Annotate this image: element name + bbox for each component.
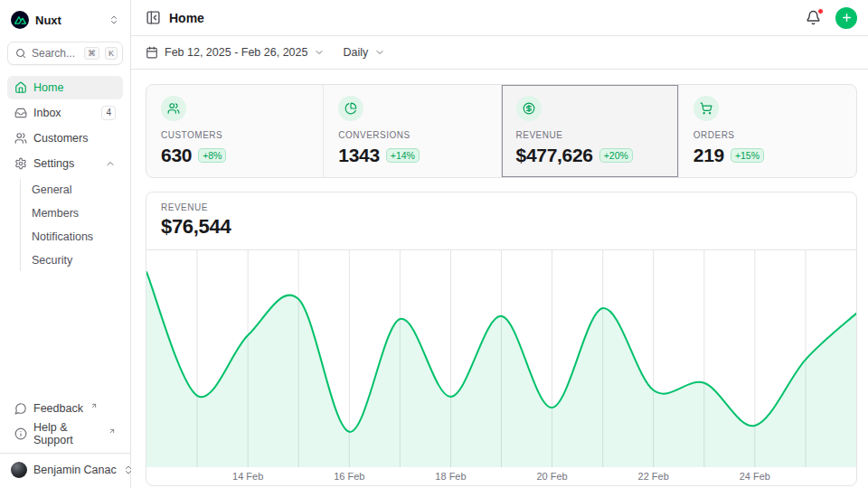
chevrons-up-down-icon (108, 14, 119, 25)
kbd-k: K (105, 47, 118, 60)
search-icon (15, 48, 26, 59)
sidebar-subitem-members[interactable]: Members (24, 202, 123, 224)
chart-header: REVENUE $76,544 (146, 192, 856, 250)
main-area: Home Feb 12, 2025 - Feb 26, 2025 Daily C… (131, 0, 868, 488)
revenue-chart-panel: REVENUE $76,544 14 Feb16 Feb18 Feb20 Feb… (146, 192, 857, 486)
stat-label: ORDERS (693, 130, 842, 140)
home-icon (14, 81, 27, 94)
stat-change-badge: +15% (731, 148, 764, 163)
svg-text:18 Feb: 18 Feb (435, 471, 466, 482)
sidebar-item-inbox[interactable]: Inbox 4 (7, 101, 123, 125)
sidebar: Nuxt Search... ⌘ K Home Inbox 4 Customer… (0, 0, 131, 488)
notification-dot (817, 8, 824, 14)
sidebar-item-label: Help & Support (33, 421, 101, 446)
sidebar-item-home[interactable]: Home (7, 76, 123, 99)
sidebar-item-help-support[interactable]: Help & Support (7, 422, 123, 446)
user-name: Benjamin Canac (33, 464, 117, 476)
svg-text:20 Feb: 20 Feb (536, 471, 567, 482)
sidebar-collapse-button[interactable] (146, 10, 161, 25)
stat-value: 1343 (338, 145, 380, 166)
chevron-up-icon (105, 158, 116, 169)
revenue-area-chart[interactable]: 14 Feb16 Feb18 Feb20 Feb22 Feb24 Feb (146, 250, 856, 485)
external-link-icon (108, 427, 116, 435)
calendar-icon (146, 46, 158, 59)
nuxt-logo-icon (11, 11, 29, 29)
stat-card-customers[interactable]: CUSTOMERS 630 +8% (146, 85, 324, 177)
svg-text:22 Feb: 22 Feb (638, 471, 669, 482)
page-header: Home (131, 0, 868, 36)
users-icon (14, 132, 27, 145)
sidebar-item-label: Inbox (33, 107, 95, 119)
plus-icon (841, 12, 853, 23)
kbd-cmd: ⌘ (84, 47, 99, 60)
sidebar-item-customers[interactable]: Customers (7, 127, 123, 150)
revenue-chart-svg: 14 Feb16 Feb18 Feb20 Feb22 Feb24 Feb (146, 250, 856, 485)
date-range-picker[interactable]: Feb 12, 2025 - Feb 26, 2025 (146, 46, 325, 59)
svg-text:24 Feb: 24 Feb (740, 471, 770, 482)
circle-dollar-icon (523, 102, 535, 115)
workspace-name: Nuxt (35, 14, 102, 27)
stat-label: CUSTOMERS (161, 130, 308, 140)
page-title: Home (169, 11, 796, 25)
sidebar-nav: Home Inbox 4 Customers Settings General … (7, 76, 123, 273)
sidebar-item-settings[interactable]: Settings (7, 152, 123, 175)
external-link-icon (90, 402, 98, 409)
inbox-icon (14, 107, 27, 119)
stat-card-revenue[interactable]: REVENUE $477,626 +20% (502, 85, 679, 177)
svg-text:14 Feb: 14 Feb (232, 471, 263, 482)
add-button[interactable] (835, 7, 857, 29)
inbox-count-badge: 4 (101, 106, 116, 120)
message-circle-icon (14, 402, 27, 415)
avatar (11, 462, 27, 478)
chart-metric-label: REVENUE (161, 202, 842, 212)
svg-text:16 Feb: 16 Feb (334, 471, 364, 482)
sidebar-item-label: Home (33, 81, 116, 94)
stat-label: CONVERSIONS (338, 130, 486, 140)
stat-value: 630 (161, 145, 192, 166)
workspace-switcher[interactable]: Nuxt (7, 7, 123, 33)
sidebar-item-feedback[interactable]: Feedback (7, 397, 123, 420)
chart-pie-icon (344, 102, 357, 115)
stat-change-badge: +20% (599, 148, 633, 163)
settings-subnav: General Members Notifications Security (20, 179, 123, 271)
sidebar-subitem-general[interactable]: General (24, 179, 123, 201)
chart-metric-value: $76,544 (161, 215, 842, 239)
notifications-button[interactable] (804, 8, 823, 27)
date-range-value: Feb 12, 2025 - Feb 26, 2025 (165, 46, 307, 59)
stat-value: $477,626 (516, 145, 593, 166)
gear-icon (14, 157, 27, 170)
user-menu[interactable]: Benjamin Canac (0, 453, 130, 481)
stat-label: REVENUE (516, 130, 664, 140)
users-icon (167, 102, 180, 115)
stat-change-badge: +14% (386, 148, 420, 163)
stat-card-orders[interactable]: ORDERS 219 +15% (679, 85, 856, 177)
filters-toolbar: Feb 12, 2025 - Feb 26, 2025 Daily (131, 36, 868, 70)
dashboard-content: CUSTOMERS 630 +8% CONVERSIONS 1343 +14% (131, 70, 868, 488)
panel-left-close-icon (146, 10, 161, 25)
sidebar-footer-nav: Feedback Help & Support (7, 397, 123, 446)
period-select[interactable]: Daily (343, 46, 385, 59)
chevron-down-icon (314, 47, 325, 58)
stat-value: 219 (693, 145, 724, 166)
sidebar-subitem-security[interactable]: Security (24, 249, 123, 271)
search-placeholder: Search... (32, 47, 79, 60)
stat-card-conversions[interactable]: CONVERSIONS 1343 +14% (324, 85, 501, 177)
sidebar-item-label: Feedback (33, 402, 83, 415)
stats-cards: CUSTOMERS 630 +8% CONVERSIONS 1343 +14% (146, 84, 857, 178)
chevron-down-icon (374, 47, 385, 58)
sidebar-subitem-notifications[interactable]: Notifications (24, 226, 123, 248)
stat-change-badge: +8% (198, 148, 226, 163)
period-value: Daily (343, 46, 368, 59)
info-circle-icon (14, 427, 27, 440)
sidebar-item-label: Settings (33, 157, 99, 170)
search-input[interactable]: Search... ⌘ K (7, 42, 123, 65)
shopping-cart-icon (700, 102, 712, 115)
sidebar-item-label: Customers (33, 132, 116, 145)
